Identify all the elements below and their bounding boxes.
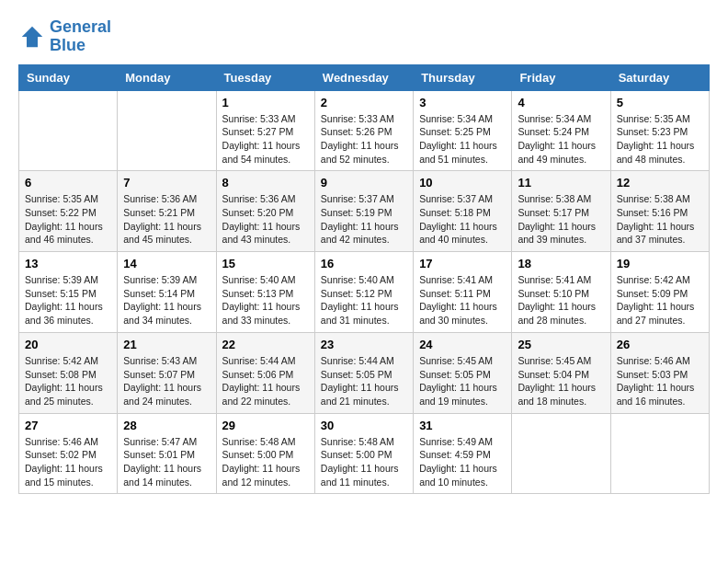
day-number: 30 [321,419,407,432]
calendar-cell: 7Sunrise: 5:36 AM Sunset: 5:21 PM Daylig… [118,171,216,252]
day-detail: Sunrise: 5:46 AM Sunset: 5:02 PM Dayligh… [25,435,111,489]
day-detail: Sunrise: 5:41 AM Sunset: 5:11 PM Dayligh… [419,273,506,327]
calendar-cell: 13Sunrise: 5:39 AM Sunset: 5:15 PM Dayli… [19,252,118,333]
day-number: 2 [321,96,407,109]
day-detail: Sunrise: 5:37 AM Sunset: 5:19 PM Dayligh… [321,192,407,247]
day-number: 5 [617,96,703,109]
day-number: 8 [222,176,309,190]
day-number: 1 [222,96,309,109]
calendar-cell: 1Sunrise: 5:33 AM Sunset: 5:27 PM Daylig… [216,90,314,171]
calendar-cell: 30Sunrise: 5:48 AM Sunset: 5:00 PM Dayli… [314,413,413,494]
calendar-week-4: 20Sunrise: 5:42 AM Sunset: 5:08 PM Dayli… [19,332,710,413]
calendar-cell: 18Sunrise: 5:41 AM Sunset: 5:10 PM Dayli… [512,252,610,333]
day-number: 25 [518,338,604,351]
day-detail: Sunrise: 5:48 AM Sunset: 5:00 PM Dayligh… [321,435,407,489]
calendar-cell: 8Sunrise: 5:36 AM Sunset: 5:20 PM Daylig… [216,171,314,252]
day-number: 28 [123,419,210,432]
day-detail: Sunrise: 5:42 AM Sunset: 5:09 PM Dayligh… [617,273,703,327]
calendar-cell [118,90,216,171]
calendar-week-1: 1Sunrise: 5:33 AM Sunset: 5:27 PM Daylig… [19,90,710,171]
calendar-cell [19,90,118,171]
day-number: 23 [321,338,407,351]
day-number: 10 [419,176,506,190]
calendar-cell: 26Sunrise: 5:46 AM Sunset: 5:03 PM Dayli… [610,332,709,413]
logo-icon [18,23,46,51]
day-detail: Sunrise: 5:34 AM Sunset: 5:25 PM Dayligh… [419,112,506,167]
day-detail: Sunrise: 5:36 AM Sunset: 5:21 PM Dayligh… [123,192,210,247]
day-detail: Sunrise: 5:38 AM Sunset: 5:17 PM Dayligh… [518,192,604,247]
calendar-cell: 11Sunrise: 5:38 AM Sunset: 5:17 PM Dayli… [512,171,610,252]
day-number: 26 [617,338,703,351]
day-number: 20 [25,338,111,351]
calendar-cell: 23Sunrise: 5:44 AM Sunset: 5:05 PM Dayli… [314,332,413,413]
day-number: 24 [419,338,506,351]
day-number: 17 [419,257,506,270]
calendar-cell: 22Sunrise: 5:44 AM Sunset: 5:06 PM Dayli… [216,332,314,413]
calendar-week-2: 6Sunrise: 5:35 AM Sunset: 5:22 PM Daylig… [19,171,710,252]
logo-general: General [50,17,111,36]
day-number: 22 [222,338,309,351]
day-detail: Sunrise: 5:46 AM Sunset: 5:03 PM Dayligh… [617,354,703,408]
day-number: 19 [617,257,703,270]
day-header-saturday: Saturday [610,64,709,90]
calendar-cell: 29Sunrise: 5:48 AM Sunset: 5:00 PM Dayli… [216,413,314,494]
day-detail: Sunrise: 5:45 AM Sunset: 5:05 PM Dayligh… [419,354,506,408]
day-number: 13 [25,257,111,270]
calendar-cell: 24Sunrise: 5:45 AM Sunset: 5:05 PM Dayli… [414,332,512,413]
calendar-cell: 2Sunrise: 5:33 AM Sunset: 5:26 PM Daylig… [314,90,413,171]
calendar-header-row: SundayMondayTuesdayWednesdayThursdayFrid… [19,64,710,90]
day-number: 12 [617,176,703,190]
day-header-monday: Monday [118,64,216,90]
day-detail: Sunrise: 5:44 AM Sunset: 5:06 PM Dayligh… [222,354,309,408]
day-detail: Sunrise: 5:35 AM Sunset: 5:23 PM Dayligh… [617,112,703,167]
day-header-thursday: Thursday [414,64,512,90]
day-number: 21 [123,338,210,351]
calendar-cell: 19Sunrise: 5:42 AM Sunset: 5:09 PM Dayli… [610,252,709,333]
day-detail: Sunrise: 5:38 AM Sunset: 5:16 PM Dayligh… [617,192,703,247]
calendar: SundayMondayTuesdayWednesdayThursdayFrid… [18,64,710,495]
calendar-cell: 21Sunrise: 5:43 AM Sunset: 5:07 PM Dayli… [118,332,216,413]
calendar-cell: 20Sunrise: 5:42 AM Sunset: 5:08 PM Dayli… [19,332,118,413]
calendar-cell [610,413,709,494]
calendar-cell: 31Sunrise: 5:49 AM Sunset: 4:59 PM Dayli… [414,413,512,494]
calendar-cell: 9Sunrise: 5:37 AM Sunset: 5:19 PM Daylig… [314,171,413,252]
day-number: 6 [25,176,111,190]
day-detail: Sunrise: 5:37 AM Sunset: 5:18 PM Dayligh… [419,192,506,247]
calendar-cell: 5Sunrise: 5:35 AM Sunset: 5:23 PM Daylig… [610,90,709,171]
day-detail: Sunrise: 5:45 AM Sunset: 5:04 PM Dayligh… [518,354,604,408]
calendar-cell: 25Sunrise: 5:45 AM Sunset: 5:04 PM Dayli… [512,332,610,413]
day-number: 7 [123,176,210,190]
calendar-cell: 12Sunrise: 5:38 AM Sunset: 5:16 PM Dayli… [610,171,709,252]
day-detail: Sunrise: 5:49 AM Sunset: 4:59 PM Dayligh… [419,435,506,489]
day-number: 15 [222,257,309,270]
calendar-cell: 28Sunrise: 5:47 AM Sunset: 5:01 PM Dayli… [118,413,216,494]
calendar-cell: 27Sunrise: 5:46 AM Sunset: 5:02 PM Dayli… [19,413,118,494]
day-number: 3 [419,96,506,109]
day-detail: Sunrise: 5:39 AM Sunset: 5:15 PM Dayligh… [25,273,111,327]
calendar-week-5: 27Sunrise: 5:46 AM Sunset: 5:02 PM Dayli… [19,413,710,494]
day-detail: Sunrise: 5:42 AM Sunset: 5:08 PM Dayligh… [25,354,111,408]
calendar-cell: 17Sunrise: 5:41 AM Sunset: 5:11 PM Dayli… [414,252,512,333]
day-number: 11 [518,176,604,190]
day-header-friday: Friday [512,64,610,90]
day-detail: Sunrise: 5:33 AM Sunset: 5:26 PM Dayligh… [321,112,407,167]
day-number: 29 [222,419,309,432]
calendar-cell: 15Sunrise: 5:40 AM Sunset: 5:13 PM Dayli… [216,252,314,333]
calendar-cell: 3Sunrise: 5:34 AM Sunset: 5:25 PM Daylig… [414,90,512,171]
calendar-cell: 10Sunrise: 5:37 AM Sunset: 5:18 PM Dayli… [414,171,512,252]
day-number: 9 [321,176,407,190]
day-detail: Sunrise: 5:40 AM Sunset: 5:13 PM Dayligh… [222,273,309,327]
day-number: 16 [321,257,407,270]
day-number: 18 [518,257,604,270]
day-detail: Sunrise: 5:39 AM Sunset: 5:14 PM Dayligh… [123,273,210,327]
calendar-cell [512,413,610,494]
day-detail: Sunrise: 5:43 AM Sunset: 5:07 PM Dayligh… [123,354,210,408]
calendar-week-3: 13Sunrise: 5:39 AM Sunset: 5:15 PM Dayli… [19,252,710,333]
day-detail: Sunrise: 5:41 AM Sunset: 5:10 PM Dayligh… [518,273,604,327]
day-detail: Sunrise: 5:44 AM Sunset: 5:05 PM Dayligh… [321,354,407,408]
day-number: 14 [123,257,210,270]
logo-text: General Blue [50,18,111,55]
day-number: 4 [518,96,604,109]
day-header-tuesday: Tuesday [216,64,314,90]
calendar-cell: 4Sunrise: 5:34 AM Sunset: 5:24 PM Daylig… [512,90,610,171]
